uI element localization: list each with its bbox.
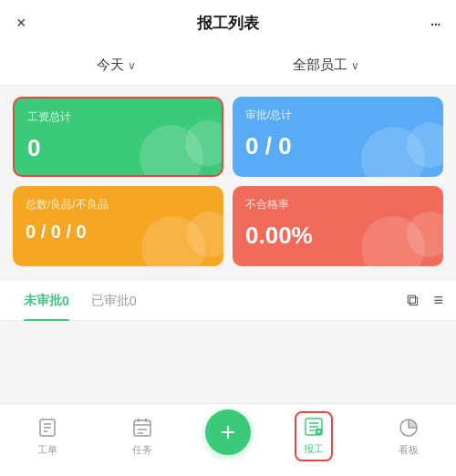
nav-item-report-work[interactable]: 报工 — [266, 411, 361, 461]
content-area — [0, 321, 456, 357]
report-work-active-box: 报工 — [295, 411, 333, 461]
nav-item-work-order[interactable]: 工单 — [0, 416, 95, 457]
nav-dashboard-label: 看板 — [399, 443, 419, 457]
wage-total-label: 工资总计 — [27, 109, 209, 125]
sort-icon[interactable]: ≡ — [433, 291, 443, 310]
nav-report-work-label: 报工 — [304, 442, 324, 456]
add-icon: + — [221, 419, 235, 445]
date-filter[interactable]: 今天 ∨ — [97, 57, 136, 74]
nav-item-add[interactable]: + — [190, 419, 265, 455]
page-title: 报工列表 — [44, 13, 412, 34]
tab-approved-count: 0 — [130, 294, 137, 308]
nav-item-task[interactable]: 任务 — [95, 416, 190, 457]
tabs-row: 未审批0 已审批0 ⧉ ≡ — [0, 281, 456, 321]
stats-cards: 工资总计 0 审批/总计 0 / 0 总数/良品/不良品 0 / 0 / 0 不… — [0, 86, 456, 277]
tab-approved-label: 已审批 — [91, 293, 130, 309]
tab-pending[interactable]: 未审批0 — [13, 281, 80, 321]
quality-stats-card[interactable]: 总数/良品/不良品 0 / 0 / 0 — [13, 186, 223, 266]
date-chevron-icon: ∨ — [128, 59, 136, 72]
defect-rate-card[interactable]: 不合格率 0.00% — [233, 186, 443, 266]
tab-pending-count: 0 — [62, 294, 69, 308]
task-icon — [130, 416, 154, 440]
tabs-actions: ⧉ ≡ — [407, 291, 443, 310]
header: × 报工列表 ··· — [0, 0, 456, 46]
nav-task-label: 任务 — [132, 443, 152, 457]
more-icon[interactable]: ··· — [412, 13, 440, 34]
nav-item-dashboard[interactable]: 看板 — [361, 416, 456, 457]
dashboard-icon — [397, 416, 420, 440]
quality-stats-label: 总数/良品/不良品 — [26, 197, 211, 212]
date-filter-label: 今天 — [97, 57, 124, 74]
close-icon[interactable]: × — [16, 14, 44, 33]
nav-work-order-label: 工单 — [37, 443, 57, 457]
employee-chevron-icon: ∨ — [351, 59, 359, 72]
employee-filter-label: 全部员工 — [293, 57, 347, 74]
bottom-nav: 工单 任务 + — [0, 403, 456, 476]
work-order-icon — [36, 416, 59, 440]
employee-filter[interactable]: 全部员工 ∨ — [293, 57, 359, 74]
copy-icon[interactable]: ⧉ — [407, 291, 419, 310]
wage-total-card[interactable]: 工资总计 0 — [13, 97, 223, 177]
tab-approved[interactable]: 已审批0 — [80, 281, 148, 321]
add-button[interactable]: + — [205, 409, 251, 455]
filter-row: 今天 ∨ 全部员工 ∨ — [0, 46, 456, 86]
report-work-icon — [302, 415, 326, 439]
defect-rate-label: 不合格率 — [245, 197, 430, 212]
approval-total-card[interactable]: 审批/总计 0 / 0 — [233, 97, 443, 177]
tab-pending-label: 未审批 — [24, 293, 62, 309]
approval-total-label: 审批/总计 — [245, 108, 430, 123]
